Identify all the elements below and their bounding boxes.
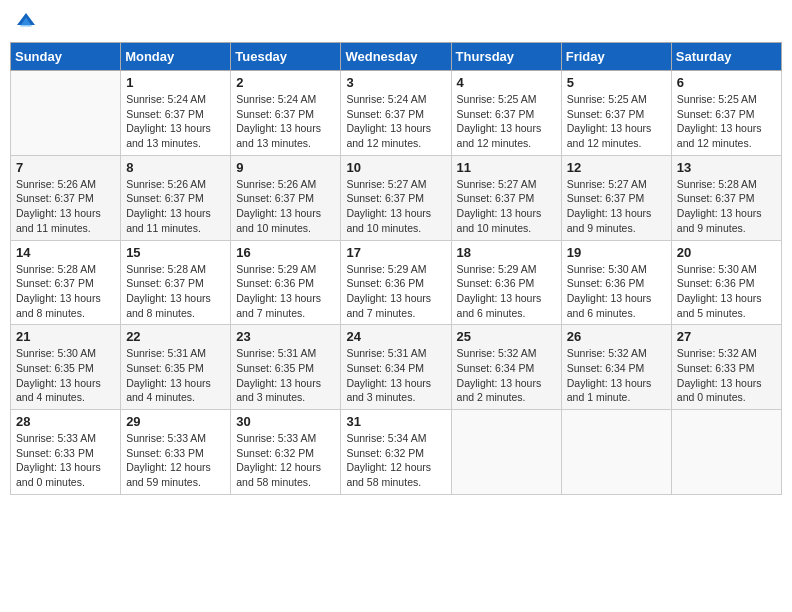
calendar-week-row: 14Sunrise: 5:28 AMSunset: 6:37 PMDayligh… (11, 240, 782, 325)
day-info: Sunrise: 5:27 AMSunset: 6:37 PMDaylight:… (567, 177, 666, 236)
calendar-cell: 5Sunrise: 5:25 AMSunset: 6:37 PMDaylight… (561, 71, 671, 156)
day-info: Sunrise: 5:34 AMSunset: 6:32 PMDaylight:… (346, 431, 445, 490)
day-info: Sunrise: 5:31 AMSunset: 6:35 PMDaylight:… (236, 346, 335, 405)
day-info: Sunrise: 5:32 AMSunset: 6:34 PMDaylight:… (567, 346, 666, 405)
day-info: Sunrise: 5:25 AMSunset: 6:37 PMDaylight:… (677, 92, 776, 151)
day-number: 2 (236, 75, 335, 90)
day-info: Sunrise: 5:26 AMSunset: 6:37 PMDaylight:… (126, 177, 225, 236)
day-number: 23 (236, 329, 335, 344)
calendar-table: SundayMondayTuesdayWednesdayThursdayFrid… (10, 42, 782, 495)
calendar-cell: 17Sunrise: 5:29 AMSunset: 6:36 PMDayligh… (341, 240, 451, 325)
calendar-cell: 12Sunrise: 5:27 AMSunset: 6:37 PMDayligh… (561, 155, 671, 240)
day-number: 1 (126, 75, 225, 90)
day-number: 17 (346, 245, 445, 260)
day-number: 26 (567, 329, 666, 344)
logo (14, 10, 42, 34)
calendar-week-row: 28Sunrise: 5:33 AMSunset: 6:33 PMDayligh… (11, 410, 782, 495)
day-info: Sunrise: 5:24 AMSunset: 6:37 PMDaylight:… (346, 92, 445, 151)
calendar-week-row: 21Sunrise: 5:30 AMSunset: 6:35 PMDayligh… (11, 325, 782, 410)
calendar-cell: 27Sunrise: 5:32 AMSunset: 6:33 PMDayligh… (671, 325, 781, 410)
calendar-cell: 10Sunrise: 5:27 AMSunset: 6:37 PMDayligh… (341, 155, 451, 240)
logo-icon (14, 10, 38, 34)
day-number: 5 (567, 75, 666, 90)
day-info: Sunrise: 5:32 AMSunset: 6:33 PMDaylight:… (677, 346, 776, 405)
day-number: 9 (236, 160, 335, 175)
calendar-cell: 20Sunrise: 5:30 AMSunset: 6:36 PMDayligh… (671, 240, 781, 325)
calendar-cell: 1Sunrise: 5:24 AMSunset: 6:37 PMDaylight… (121, 71, 231, 156)
column-header-sunday: Sunday (11, 43, 121, 71)
day-number: 18 (457, 245, 556, 260)
day-number: 31 (346, 414, 445, 429)
calendar-week-row: 7Sunrise: 5:26 AMSunset: 6:37 PMDaylight… (11, 155, 782, 240)
calendar-cell: 26Sunrise: 5:32 AMSunset: 6:34 PMDayligh… (561, 325, 671, 410)
calendar-cell: 29Sunrise: 5:33 AMSunset: 6:33 PMDayligh… (121, 410, 231, 495)
day-info: Sunrise: 5:31 AMSunset: 6:35 PMDaylight:… (126, 346, 225, 405)
day-number: 30 (236, 414, 335, 429)
calendar-cell: 3Sunrise: 5:24 AMSunset: 6:37 PMDaylight… (341, 71, 451, 156)
column-header-saturday: Saturday (671, 43, 781, 71)
day-info: Sunrise: 5:26 AMSunset: 6:37 PMDaylight:… (16, 177, 115, 236)
calendar-cell: 14Sunrise: 5:28 AMSunset: 6:37 PMDayligh… (11, 240, 121, 325)
calendar-cell: 18Sunrise: 5:29 AMSunset: 6:36 PMDayligh… (451, 240, 561, 325)
day-info: Sunrise: 5:30 AMSunset: 6:36 PMDaylight:… (677, 262, 776, 321)
calendar-cell: 21Sunrise: 5:30 AMSunset: 6:35 PMDayligh… (11, 325, 121, 410)
day-info: Sunrise: 5:24 AMSunset: 6:37 PMDaylight:… (126, 92, 225, 151)
day-number: 22 (126, 329, 225, 344)
day-info: Sunrise: 5:28 AMSunset: 6:37 PMDaylight:… (16, 262, 115, 321)
calendar-cell: 11Sunrise: 5:27 AMSunset: 6:37 PMDayligh… (451, 155, 561, 240)
calendar-cell: 19Sunrise: 5:30 AMSunset: 6:36 PMDayligh… (561, 240, 671, 325)
day-info: Sunrise: 5:29 AMSunset: 6:36 PMDaylight:… (457, 262, 556, 321)
day-number: 19 (567, 245, 666, 260)
day-number: 25 (457, 329, 556, 344)
day-info: Sunrise: 5:31 AMSunset: 6:34 PMDaylight:… (346, 346, 445, 405)
calendar-cell: 24Sunrise: 5:31 AMSunset: 6:34 PMDayligh… (341, 325, 451, 410)
day-info: Sunrise: 5:24 AMSunset: 6:37 PMDaylight:… (236, 92, 335, 151)
calendar-header-row: SundayMondayTuesdayWednesdayThursdayFrid… (11, 43, 782, 71)
day-number: 24 (346, 329, 445, 344)
day-info: Sunrise: 5:29 AMSunset: 6:36 PMDaylight:… (236, 262, 335, 321)
column-header-tuesday: Tuesday (231, 43, 341, 71)
day-number: 15 (126, 245, 225, 260)
day-number: 21 (16, 329, 115, 344)
calendar-cell: 15Sunrise: 5:28 AMSunset: 6:37 PMDayligh… (121, 240, 231, 325)
day-info: Sunrise: 5:29 AMSunset: 6:36 PMDaylight:… (346, 262, 445, 321)
column-header-monday: Monday (121, 43, 231, 71)
day-number: 16 (236, 245, 335, 260)
calendar-cell: 22Sunrise: 5:31 AMSunset: 6:35 PMDayligh… (121, 325, 231, 410)
page-header (10, 10, 782, 34)
calendar-cell: 23Sunrise: 5:31 AMSunset: 6:35 PMDayligh… (231, 325, 341, 410)
day-info: Sunrise: 5:28 AMSunset: 6:37 PMDaylight:… (126, 262, 225, 321)
day-info: Sunrise: 5:30 AMSunset: 6:36 PMDaylight:… (567, 262, 666, 321)
day-info: Sunrise: 5:33 AMSunset: 6:33 PMDaylight:… (126, 431, 225, 490)
calendar-cell: 4Sunrise: 5:25 AMSunset: 6:37 PMDaylight… (451, 71, 561, 156)
calendar-cell (671, 410, 781, 495)
column-header-thursday: Thursday (451, 43, 561, 71)
day-info: Sunrise: 5:28 AMSunset: 6:37 PMDaylight:… (677, 177, 776, 236)
day-number: 6 (677, 75, 776, 90)
calendar-cell: 31Sunrise: 5:34 AMSunset: 6:32 PMDayligh… (341, 410, 451, 495)
calendar-cell: 28Sunrise: 5:33 AMSunset: 6:33 PMDayligh… (11, 410, 121, 495)
day-info: Sunrise: 5:27 AMSunset: 6:37 PMDaylight:… (457, 177, 556, 236)
day-number: 13 (677, 160, 776, 175)
day-number: 14 (16, 245, 115, 260)
day-number: 3 (346, 75, 445, 90)
day-info: Sunrise: 5:26 AMSunset: 6:37 PMDaylight:… (236, 177, 335, 236)
day-number: 27 (677, 329, 776, 344)
day-number: 7 (16, 160, 115, 175)
day-number: 11 (457, 160, 556, 175)
calendar-cell: 25Sunrise: 5:32 AMSunset: 6:34 PMDayligh… (451, 325, 561, 410)
day-info: Sunrise: 5:33 AMSunset: 6:33 PMDaylight:… (16, 431, 115, 490)
day-info: Sunrise: 5:25 AMSunset: 6:37 PMDaylight:… (457, 92, 556, 151)
calendar-cell (451, 410, 561, 495)
calendar-cell: 6Sunrise: 5:25 AMSunset: 6:37 PMDaylight… (671, 71, 781, 156)
calendar-cell: 7Sunrise: 5:26 AMSunset: 6:37 PMDaylight… (11, 155, 121, 240)
calendar-cell: 8Sunrise: 5:26 AMSunset: 6:37 PMDaylight… (121, 155, 231, 240)
day-number: 10 (346, 160, 445, 175)
day-number: 12 (567, 160, 666, 175)
day-number: 29 (126, 414, 225, 429)
column-header-friday: Friday (561, 43, 671, 71)
day-number: 28 (16, 414, 115, 429)
day-info: Sunrise: 5:25 AMSunset: 6:37 PMDaylight:… (567, 92, 666, 151)
calendar-cell: 30Sunrise: 5:33 AMSunset: 6:32 PMDayligh… (231, 410, 341, 495)
day-number: 8 (126, 160, 225, 175)
